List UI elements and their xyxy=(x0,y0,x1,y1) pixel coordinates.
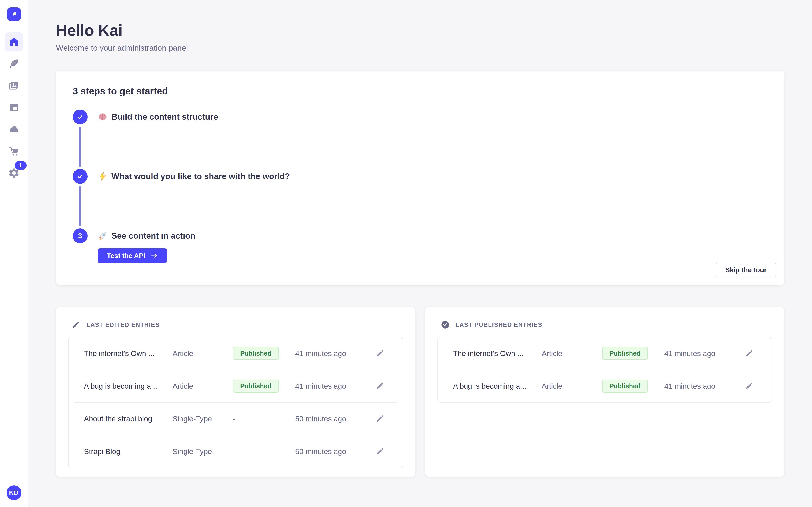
pencil-icon xyxy=(375,381,385,390)
step-2-text: What would you like to share with the wo… xyxy=(111,172,290,181)
last-published-header: LAST PUBLISHED ENTRIES xyxy=(437,320,772,329)
edit-entry-button[interactable] xyxy=(744,381,754,391)
step-3-number-circle: 3 xyxy=(72,228,88,243)
table-row: The internet's Own ... Article Published… xyxy=(68,337,403,370)
entry-time: 41 minutes ago xyxy=(664,349,744,358)
pencil-icon xyxy=(375,349,385,357)
arrow-right-icon xyxy=(150,252,158,260)
sidebar: 1 KD xyxy=(0,0,28,507)
last-edited-header: LAST EDITED ENTRIES xyxy=(68,320,403,329)
sidebar-divider xyxy=(0,28,28,29)
sidebar-footer-divider xyxy=(0,480,28,481)
test-api-label: Test the API xyxy=(107,252,145,260)
step-3-label: See content in action xyxy=(98,231,195,241)
entry-time: 41 minutes ago xyxy=(664,382,744,391)
brain-emoji xyxy=(98,112,107,122)
step-row-3: 3 See content in action xyxy=(72,228,768,243)
table-row: Strapi Blog Single-Type - 50 minutes ago xyxy=(68,435,403,467)
sidebar-item-cloud[interactable] xyxy=(4,120,23,139)
main-content: Hello Kai Welcome to your administration… xyxy=(28,0,812,507)
entry-type: Single-Type xyxy=(172,414,233,423)
last-published-panel: LAST PUBLISHED ENTRIES The internet's Ow… xyxy=(425,307,784,477)
pencil-icon xyxy=(375,414,385,423)
onboarding-title: 3 steps to get started xyxy=(72,86,768,97)
check-icon xyxy=(76,113,84,121)
step-1-text: Build the content structure xyxy=(111,112,218,122)
sidebar-item-settings[interactable]: 1 xyxy=(4,164,23,182)
media-library-icon xyxy=(8,80,19,91)
last-edited-title: LAST EDITED ENTRIES xyxy=(86,321,160,328)
entry-type: Article xyxy=(542,382,602,391)
pencil-icon xyxy=(745,381,754,390)
pencil-icon xyxy=(745,349,754,357)
status-empty: - xyxy=(233,414,295,423)
status-badge: Published xyxy=(233,380,279,393)
check-icon xyxy=(76,172,84,180)
step-row-2: What would you like to share with the wo… xyxy=(72,169,768,184)
entry-title: The internet's Own ... xyxy=(453,349,542,358)
settings-notification-badge: 1 xyxy=(15,161,27,170)
rocket-emoji xyxy=(98,231,107,241)
sidebar-item-media-library[interactable] xyxy=(4,76,23,95)
strapi-logo-icon xyxy=(10,10,18,18)
entry-title: About the strapi blog xyxy=(84,414,172,423)
step-1-check-circle xyxy=(72,110,88,124)
pencil-icon xyxy=(375,447,385,456)
sidebar-item-marketplace[interactable] xyxy=(4,142,23,161)
cta-row: Test the API xyxy=(98,248,768,263)
entry-type: Article xyxy=(542,349,602,358)
feather-icon xyxy=(8,58,19,69)
status-badge: Published xyxy=(602,347,648,360)
test-api-button[interactable]: Test the API xyxy=(98,248,167,263)
status-badge: Published xyxy=(602,380,648,393)
page-subtitle: Welcome to your administration panel xyxy=(56,44,784,53)
edit-entry-button[interactable] xyxy=(744,349,754,358)
sidebar-item-content-type-builder[interactable] xyxy=(4,54,23,73)
pencil-icon xyxy=(71,320,81,329)
step-row-1: Build the content structure xyxy=(72,110,768,124)
entry-title: Strapi Blog xyxy=(84,447,172,456)
table-row: A bug is becoming a... Article Published… xyxy=(438,370,772,402)
cart-icon xyxy=(8,146,19,157)
sidebar-item-home[interactable] xyxy=(4,33,23,51)
table-row: A bug is becoming a... Article Published… xyxy=(68,370,403,402)
entry-title: The internet's Own ... xyxy=(84,349,172,358)
user-avatar[interactable]: KD xyxy=(6,485,21,500)
status-empty: - xyxy=(233,447,295,456)
edit-entry-button[interactable] xyxy=(375,414,385,424)
step-3-text: See content in action xyxy=(111,231,195,241)
last-edited-panel: LAST EDITED ENTRIES The internet's Own .… xyxy=(56,307,415,477)
page-title: Hello Kai xyxy=(56,21,784,40)
last-edited-table: The internet's Own ... Article Published… xyxy=(68,337,403,468)
skip-tour-button[interactable]: Skip the tour xyxy=(716,263,776,277)
step-connector-1 xyxy=(80,127,81,167)
strapi-logo[interactable] xyxy=(7,7,21,21)
layout-icon xyxy=(8,102,19,113)
status-badge: Published xyxy=(233,347,279,360)
edit-entry-button[interactable] xyxy=(375,349,385,358)
step-1-label: Build the content structure xyxy=(98,112,218,122)
entry-title: A bug is becoming a... xyxy=(453,382,542,391)
sidebar-item-layout[interactable] xyxy=(4,98,23,117)
edit-entry-button[interactable] xyxy=(375,381,385,391)
step-2-check-circle xyxy=(72,169,88,184)
entry-type: Single-Type xyxy=(172,447,233,456)
step-2-label: What would you like to share with the wo… xyxy=(98,172,290,181)
entries-panels: LAST EDITED ENTRIES The internet's Own .… xyxy=(56,307,784,477)
entry-time: 41 minutes ago xyxy=(295,349,375,358)
onboarding-steps: Build the content structure What would y… xyxy=(72,110,768,263)
entry-time: 50 minutes ago xyxy=(295,447,375,456)
entry-time: 50 minutes ago xyxy=(295,414,375,423)
table-row: About the strapi blog Single-Type - 50 m… xyxy=(68,403,403,435)
cloud-icon xyxy=(8,124,19,135)
onboarding-card: 3 steps to get started Build the content… xyxy=(56,70,784,285)
home-icon xyxy=(8,36,19,48)
step-connector-2 xyxy=(80,186,81,226)
entry-time: 41 minutes ago xyxy=(295,382,375,391)
table-row: The internet's Own ... Article Published… xyxy=(438,337,772,370)
bolt-emoji xyxy=(98,172,107,181)
last-published-title: LAST PUBLISHED ENTRIES xyxy=(456,321,543,328)
entry-title: A bug is becoming a... xyxy=(84,382,172,391)
sidebar-nav: 1 xyxy=(4,33,23,182)
edit-entry-button[interactable] xyxy=(375,447,385,456)
